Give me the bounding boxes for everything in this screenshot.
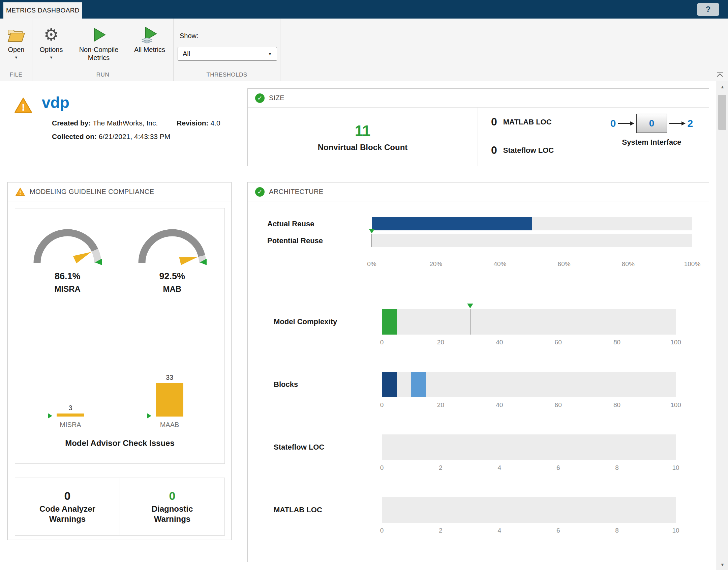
matlab-loc-widget[interactable]: 0 MATLAB LOC [491, 116, 552, 128]
potential-reuse-bar[interactable] [372, 234, 692, 247]
misra-gauge[interactable]: 86.1% MISRA [15, 217, 120, 315]
axis-tick-label: 60 [555, 339, 562, 346]
diagnostic-warnings-widget[interactable]: 0 Diagnostic Warnings [120, 478, 224, 535]
help-button[interactable]: ? [697, 3, 719, 16]
matlab-loc-track[interactable] [382, 497, 676, 523]
blocks-axis: 020406080100 [382, 401, 676, 409]
maab-bar [156, 383, 183, 417]
size-panel-title: SIZE [269, 94, 284, 102]
stateflow-loc-row: Stateflow LOC 0246810 [248, 434, 709, 478]
maab-bar-value: 33 [166, 374, 173, 381]
actual-reuse-label: Actual Reuse [267, 217, 314, 230]
size-panel-header: ✓ SIZE [248, 89, 709, 108]
reuse-chart: Actual Reuse Potential Reuse 0%20%40%60%… [248, 201, 709, 279]
metric-bar[interactable] [382, 309, 397, 335]
all-metrics-button[interactable]: All Metrics [126, 24, 173, 54]
axis-tick-label: 100% [684, 260, 701, 268]
stateflow-loc-widget[interactable]: 0 Stateflow LOC [491, 144, 554, 156]
axis-tick-label: 0 [380, 464, 384, 472]
run-play-icon [90, 24, 107, 46]
section-label-run: RUN [32, 72, 173, 78]
gauge-dial [24, 217, 111, 270]
show-dropdown[interactable]: All ▼ [178, 47, 277, 61]
code-analyzer-warnings-value: 0 [64, 489, 71, 503]
collapse-toolstrip-button[interactable] [716, 71, 724, 79]
axis-tick-label: 0 [380, 401, 384, 409]
open-button[interactable]: Open ▼ [1, 24, 31, 59]
metric-bar[interactable] [382, 372, 397, 397]
axis-tick-label: 10 [672, 464, 679, 472]
model-name[interactable]: vdp [42, 93, 69, 112]
metric-bar[interactable] [411, 372, 426, 397]
toolstrip-section-run: ⚙ Options ▼ Non-Compile Metrics [32, 19, 174, 81]
threshold-marker-icon [48, 413, 52, 419]
created-by-label: Created by: [52, 119, 91, 127]
blocks-row: Blocks 020406080100 [248, 372, 709, 416]
nonvirtual-block-count-label: Nonvirtual Block Count [318, 143, 408, 152]
stateflow-loc-track[interactable] [382, 434, 676, 460]
run-all-play-stack-icon [141, 24, 158, 46]
gauge-dial [128, 217, 216, 270]
axis-tick-label: 6 [556, 464, 560, 472]
threshold-line [470, 309, 471, 335]
status-ok-icon: ✓ [255, 93, 265, 103]
advisor-chart-title: Model Advisor Check Issues [15, 438, 224, 448]
blocks-track[interactable] [382, 372, 676, 397]
reuse-axis: 0%20%40%60%80%100% [372, 260, 692, 268]
axis-tick-label: 0% [367, 260, 376, 268]
architecture-panel-header: ✓ ARCHITECTURE [248, 182, 709, 201]
loc-column: 0 MATLAB LOC 0 Stateflow LOC [478, 108, 594, 167]
system-interface-widget[interactable]: 0 0 2 System Interface [594, 108, 709, 167]
non-compile-metrics-button[interactable]: Non-Compile Metrics [72, 24, 126, 62]
axis-tick-label: 8 [615, 527, 619, 534]
options-button[interactable]: ⚙ Options ▼ [35, 24, 67, 59]
gauges-row: 86.1% MISRA 92.5% MAB [15, 208, 224, 315]
code-analyzer-warnings-widget[interactable]: 0 Code Analyzer Warnings [15, 478, 120, 535]
actual-reuse-bar[interactable] [372, 217, 692, 230]
axis-tick-label: 100 [670, 339, 681, 346]
axis-tick-label: 80 [613, 339, 620, 346]
model-collected-row: Collected on: 6/21/2021, 4:43:33 PM [52, 133, 170, 141]
axis-tick-label: 10 [672, 527, 679, 534]
svg-text:!: ! [19, 190, 21, 196]
nonvirtual-block-count-widget[interactable]: 11 Nonvirtual Block Count [248, 108, 478, 167]
interface-output-count: 2 [688, 118, 693, 129]
stateflow-loc-row-label: Stateflow LOC [274, 434, 324, 460]
compliance-panel: ! MODELING GUIDELINE COMPLIANCE 86.1% MI… [7, 182, 232, 540]
matlab-loc-value: 0 [491, 116, 497, 128]
misra-category-label: MISRA [60, 421, 81, 429]
axis-tick-label: 80 [613, 401, 620, 409]
axis-tick-label: 0 [380, 527, 384, 534]
collected-on-label: Collected on: [52, 133, 97, 140]
open-label: Open [8, 46, 25, 54]
architecture-metrics: Model Complexity 020406080100 Blocks 020… [248, 279, 709, 562]
gear-icon: ⚙ [44, 24, 59, 46]
diagnostic-warnings-label: Diagnostic Warnings [152, 504, 193, 524]
threshold-marker-icon [467, 304, 473, 308]
matlab-loc-row: MATLAB LOC 0246810 [248, 497, 709, 541]
scroll-down-icon[interactable]: ▼ [717, 560, 728, 569]
axis-tick-label: 100 [670, 401, 681, 409]
mab-gauge[interactable]: 92.5% MAB [120, 217, 225, 315]
axis-tick-label: 6 [556, 527, 560, 534]
threshold-marker-icon [147, 413, 151, 419]
tab-metrics-dashboard[interactable]: METRICS DASHBOARD [3, 2, 82, 19]
model-created-row: Created by: The MathWorks, Inc. Revision… [52, 119, 220, 127]
model-complexity-track[interactable] [382, 309, 676, 335]
scroll-up-icon[interactable]: ▲ [717, 82, 728, 91]
maab-bar-group[interactable]: 33 [156, 374, 183, 417]
titlebar: METRICS DASHBOARD ? [0, 0, 728, 19]
scrollbar-thumb[interactable] [718, 95, 726, 130]
collected-on-value: 6/21/2021, 4:43:33 PM [99, 133, 171, 140]
axis-tick-label: 20% [429, 260, 442, 268]
threshold-line [371, 234, 372, 247]
axis-tick-label: 60% [558, 260, 571, 268]
vertical-scrollbar[interactable]: ▲ ▼ [717, 81, 728, 570]
system-interface-label: System Interface [622, 138, 681, 147]
misra-bar-group[interactable]: 3 [57, 404, 84, 417]
all-metrics-label: All Metrics [134, 46, 165, 54]
revision-value: 4.0 [210, 119, 220, 127]
axis-tick-label: 20 [437, 401, 444, 409]
model-complexity-axis: 020406080100 [382, 339, 676, 347]
axis-tick-label: 60 [555, 401, 562, 409]
